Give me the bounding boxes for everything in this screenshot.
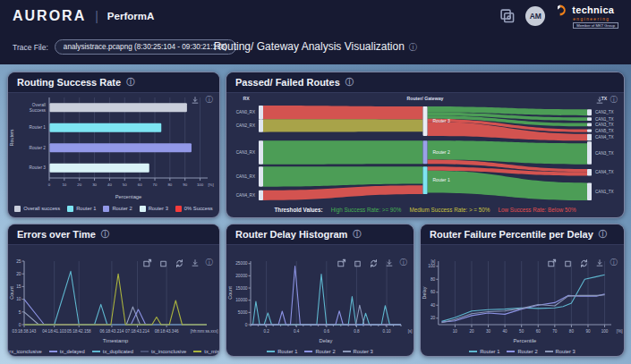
info-icon[interactable]: ⓘ xyxy=(599,229,608,241)
download-button[interactable] xyxy=(191,96,200,105)
info-icon[interactable]: ⓘ xyxy=(353,229,362,241)
legend-marker xyxy=(67,206,73,212)
panel-body: ⓘ CAN0_RXCAN2_RXCAN3_RXCAN1_RXCAN4_RXRou… xyxy=(226,93,624,216)
download-icon xyxy=(595,96,604,105)
svg-text:CAN2_TX: CAN2_TX xyxy=(595,110,614,114)
panel-header: Router Delay Histogram ⓘ xyxy=(226,224,414,245)
legend-item[interactable]: Router 1 xyxy=(469,349,499,354)
download-button[interactable] xyxy=(595,96,604,105)
legend-item[interactable]: Router 2 xyxy=(304,349,335,354)
svg-text:40: 40 xyxy=(431,303,436,308)
legend-marker xyxy=(141,351,149,352)
legend-label: Router 2 xyxy=(315,349,335,354)
reset-button[interactable] xyxy=(175,258,184,268)
legend-item[interactable]: Router 3 xyxy=(343,349,373,354)
legend-marker xyxy=(14,206,21,212)
svg-text:90: 90 xyxy=(183,182,187,187)
svg-text:04:18:41.103: 04:18:41.103 xyxy=(42,329,66,334)
pan-button[interactable] xyxy=(158,258,168,268)
avatar[interactable]: AM xyxy=(525,6,545,26)
download-button[interactable] xyxy=(191,258,200,267)
legend-item[interactable]: tx_inconclusive xyxy=(141,349,186,354)
info-icon[interactable]: ⓘ xyxy=(206,258,214,268)
svg-text:Routers: Routers xyxy=(9,129,14,146)
svg-text:CAN2_RX: CAN2_RX xyxy=(236,123,255,128)
svg-text:30: 30 xyxy=(486,329,491,334)
errors-chart[interactable]: 051015202503:18:38.14304:18:41.10305:18:… xyxy=(8,256,219,345)
pan-icon xyxy=(353,258,362,268)
download-icon xyxy=(385,258,394,267)
legend-item[interactable]: Router 2 xyxy=(507,349,537,354)
info-icon[interactable]: ⓘ xyxy=(101,229,110,241)
technica-logo: technica engineering Member of MKT Group xyxy=(556,4,618,30)
screenshot-button[interactable] xyxy=(499,8,515,23)
svg-text:0: 0 xyxy=(19,323,21,327)
delay-histogram-chart[interactable]: 05000100001500020000250000.20.40.60.80.1… xyxy=(226,256,414,345)
svg-text:Count: Count xyxy=(9,286,14,300)
svg-text:05:18:42.158: 05:18:42.158 xyxy=(67,329,91,334)
legend-item[interactable]: Router 2 xyxy=(103,206,132,212)
sankey-chart[interactable]: CAN0_RXCAN2_RXCAN3_RXCAN1_RXCAN4_RXRoute… xyxy=(226,93,624,204)
legend-marker xyxy=(469,351,477,352)
download-icon xyxy=(191,258,200,267)
legend-item[interactable]: Router 3 xyxy=(140,206,168,212)
svg-text:10: 10 xyxy=(16,297,21,301)
svg-text:Router 2: Router 2 xyxy=(433,149,450,155)
legend-label: Router 1 xyxy=(76,206,96,211)
info-icon[interactable]: ⓘ xyxy=(400,258,408,268)
panel-title: Passed/ Failed Routes xyxy=(235,77,340,88)
page-title-text: Routing/ Gateway Analysis Visualization xyxy=(214,40,405,53)
reset-button[interactable] xyxy=(579,258,589,268)
legend-label: Router 3 xyxy=(149,206,168,211)
svg-text:80: 80 xyxy=(167,182,172,187)
svg-text:CAN4_TX: CAN4_TX xyxy=(595,170,614,174)
download-button[interactable] xyxy=(595,258,604,267)
info-icon[interactable]: ⓘ xyxy=(610,95,618,106)
pan-button[interactable] xyxy=(353,258,362,268)
pan-button[interactable] xyxy=(563,258,573,268)
page-title-info-icon[interactable]: ⓘ xyxy=(409,42,418,52)
svg-text:40: 40 xyxy=(107,182,112,187)
download-button[interactable] xyxy=(385,258,394,267)
info-icon[interactable]: ⓘ xyxy=(610,258,618,268)
legend-item[interactable]: Router 3 xyxy=(545,349,576,354)
legend-item[interactable]: 0% Success xyxy=(175,206,213,212)
percentile-chart[interactable]: 20406080100[s]102030405060708090100[%]Pe… xyxy=(421,256,624,345)
svg-text:Success: Success xyxy=(30,108,47,113)
legend-item[interactable]: tx_duplicated xyxy=(92,349,133,354)
svg-text:80: 80 xyxy=(569,329,575,334)
svg-text:Router 1: Router 1 xyxy=(433,177,450,182)
legend-item[interactable]: Router 1 xyxy=(67,206,96,212)
panel-body: ⓘ 05000100001500020000250000.20.40.60.80… xyxy=(226,256,414,357)
legend-item[interactable]: tx_missing xyxy=(193,349,219,354)
svg-text:20: 20 xyxy=(431,316,436,320)
brand-name: AURORA xyxy=(13,8,86,24)
svg-text:Count: Count xyxy=(227,286,233,300)
svg-text:CAN4_RX: CAN4_RX xyxy=(236,193,255,198)
refresh-icon xyxy=(369,258,379,268)
legend-marker xyxy=(103,206,109,212)
threshold-high: High Success Rate: >= 90% xyxy=(331,207,402,213)
legend-item[interactable]: tx_delayed xyxy=(49,349,85,354)
success-rate-chart[interactable]: OverallSuccessRouter 1Router 2Router 301… xyxy=(8,93,219,202)
info-icon[interactable]: ⓘ xyxy=(206,95,214,106)
success-rate-legend: Overall successRouter 1Router 2Router 30… xyxy=(8,202,219,215)
svg-text:CAN1_RX: CAN1_RX xyxy=(236,174,255,179)
legend-item[interactable]: Router 1 xyxy=(267,349,297,354)
svg-text:20000: 20000 xyxy=(235,274,248,278)
legend-item[interactable]: Overall success xyxy=(14,206,60,212)
panel-header: Router Failure Percentile per Delay ⓘ xyxy=(421,224,624,245)
zoom-box-icon xyxy=(337,258,346,268)
legend-label: Router 3 xyxy=(354,349,373,354)
info-icon[interactable]: ⓘ xyxy=(345,77,354,89)
legend-item[interactable]: rx_iconclusive xyxy=(8,349,42,354)
svg-text:08:18:43.346: 08:18:43.346 xyxy=(155,329,179,334)
zoom-box-button[interactable] xyxy=(142,258,152,268)
info-icon[interactable]: ⓘ xyxy=(126,77,135,89)
zoom-box-button[interactable] xyxy=(547,258,557,268)
zoom-box-button[interactable] xyxy=(337,258,346,268)
chart-toolbar: ⓘ xyxy=(191,95,214,106)
reset-button[interactable] xyxy=(369,258,379,268)
svg-text:50: 50 xyxy=(519,329,524,334)
refresh-icon xyxy=(579,258,589,268)
